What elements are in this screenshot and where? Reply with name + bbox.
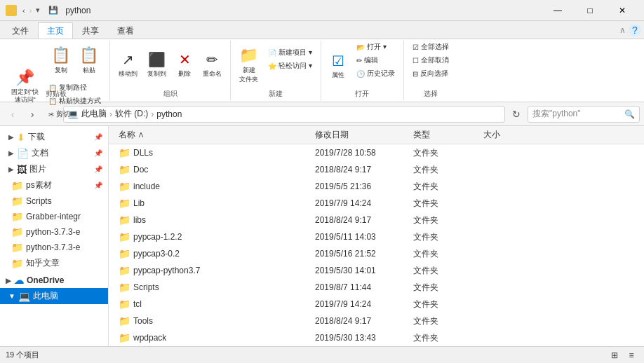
open-button[interactable]: 📂 打开 ▾ [352,41,399,53]
list-view-button[interactable]: ≡ [624,348,638,362]
address-path[interactable]: 💻 此电脑 › 软件 (D:) › python [63,106,505,123]
pin-to-quick-access-button[interactable]: 📌 固定到"快速访问" [7,65,43,107]
title-bar-controls: — □ ✕ [542,0,638,21]
lib-name: Lib [133,198,145,208]
copy-to-button[interactable]: ⬛ 复制到 [143,44,170,86]
tcl-date: 2019/7/9 14:24 [311,299,409,309]
paste-button[interactable]: 📋 粘贴 [75,41,102,80]
sidebar-item-scripts[interactable]: 📁 Scripts [0,193,108,209]
help-icon[interactable]: ? [629,24,641,36]
new-group-label: 新建 [269,89,283,99]
sidebar: ▶ ⬇ 下载 📌 ▶ 📄 文档 📌 ▶ 🖼 图片 📌 📁 ps素材 📌 📁 Sc [0,126,109,346]
sidebar-item-zhihu[interactable]: 📁 知乎文章 [0,255,108,271]
file-row-tools[interactable]: 📁 Tools 2018/8/24 9:17 文件夹 [109,313,644,329]
copy-button[interactable]: 📋 复制 [47,41,74,80]
file-row-include[interactable]: 📁 include 2019/5/5 21:36 文件夹 [109,178,644,195]
col-header-name[interactable]: 名称 ∧ [114,126,311,144]
sidebar-section-onedrive[interactable]: ▶ ☁ OneDrive [0,271,108,288]
zhihu-icon: 📁 [11,258,23,269]
file-row-dlls[interactable]: 📁 DLLs 2019/7/28 10:58 文件夹 [109,144,644,161]
file-area: 名称 ∧ 修改日期 类型 大小 📁 DLLs 2019/7/28 10:58 文… [109,126,644,346]
edit-label: 编辑 [364,55,378,65]
file-row-pypcap302[interactable]: 📁 pypcap3-0.2 2019/5/16 21:52 文件夹 [109,245,644,262]
tab-file[interactable]: 文件 [3,23,38,39]
file-row-pypcap-python37[interactable]: 📁 pypcap-python3.7 2019/5/30 14:01 文件夹 [109,262,644,279]
invert-selection-button[interactable]: ⊟ 反向选择 [408,67,453,80]
tb-down-btn[interactable]: ▾ [36,6,40,15]
sidebar-label-ps-materials: ps素材 [26,179,52,191]
history-icon: 🕒 [356,70,365,78]
minimize-button[interactable]: — [542,0,574,21]
col-header-type[interactable]: 类型 [409,126,479,144]
tab-home[interactable]: 主页 [38,22,73,39]
grid-view-button[interactable]: ⊞ [608,348,622,362]
wpdpack-type: 文件夹 [409,332,479,344]
window-title: python [65,6,90,15]
copy-icon: 📋 [51,46,70,64]
tb-forward-btn[interactable]: › [29,6,32,15]
sidebar-item-grabber[interactable]: 📁 Grabber-integr [0,209,108,224]
properties-button[interactable]: ☑ 属性 [326,45,351,87]
scripts-name: Scripts [133,282,159,292]
pypcap302-date: 2019/5/16 21:52 [311,249,409,259]
new-folder-button[interactable]: 📁 新建文件夹 [235,44,262,86]
history-label: 历史记录 [367,69,395,78]
pin-label: 固定到"快速访问" [11,88,39,104]
select-all-button[interactable]: ☑ 全部选择 [408,41,453,53]
sidebar-label-this-pc: 此电脑 [33,290,58,302]
scripts-date: 2019/8/7 11:44 [311,282,409,292]
file-row-doc[interactable]: 📁 Doc 2018/8/24 9:17 文件夹 [109,161,644,178]
history-button[interactable]: 🕒 历史记录 [352,67,399,80]
sidebar-item-this-pc[interactable]: ▼ 💻 此电脑 [0,288,108,304]
col-header-size[interactable]: 大小 [479,126,535,144]
sidebar-item-ps-materials[interactable]: 📁 ps素材 📌 [0,177,108,193]
ribbon-collapse-btn[interactable]: ∧ [619,25,626,35]
file-row-scripts[interactable]: 📁 Scripts 2019/8/7 11:44 文件夹 [109,279,644,296]
sidebar-item-python373-1[interactable]: 📁 python-3.7.3-e [0,224,108,240]
close-button[interactable]: ✕ [606,0,638,21]
sidebar-item-documents[interactable]: ▶ 📄 文档 📌 [0,145,108,161]
path-sep-2: › [151,109,154,119]
easy-access-button[interactable]: ⭐ 轻松访问 ▾ [264,60,316,72]
tab-share[interactable]: 共享 [73,23,108,39]
ribbon-group-new: 📁 新建文件夹 📄 新建项目 ▾ ⭐ 轻松访问 ▾ 新建 [231,41,321,100]
properties-label: 属性 [332,71,344,80]
tab-view[interactable]: 查看 [108,23,143,39]
deselect-all-button[interactable]: ☐ 全部取消 [408,54,453,67]
file-row-libs[interactable]: 📁 libs 2018/8/24 9:17 文件夹 [109,212,644,228]
ribbon-group-open: ☑ 属性 📂 打开 ▾ ✏ 编辑 🕒 历史记录 打开 [321,41,404,100]
ribbon-group-organize: ↗ 移动到 ⬛ 复制到 ✕ 删除 ✏ 重命名 组织 [110,41,231,100]
maximize-button[interactable]: □ [574,0,606,21]
edit-button[interactable]: ✏ 编辑 [352,54,399,67]
file-row-wpdpack[interactable]: 📁 wpdpack 2019/5/30 13:43 文件夹 [109,329,644,346]
rename-button[interactable]: ✏ 重命名 [199,44,226,86]
file-row-pypcap122[interactable]: 📁 pypcap-1.2.2 2019/5/11 14:03 文件夹 [109,228,644,245]
cut-button[interactable]: ✂ 剪切 [44,108,105,121]
sidebar-item-python373-2[interactable]: 📁 python-3.7.3-e [0,240,108,255]
deselect-label: 全部取消 [421,55,449,65]
cut-icon: ✂ [48,111,54,118]
easy-access-icon: ⭐ [268,62,276,70]
delete-button[interactable]: ✕ 删除 [172,44,197,86]
sidebar-label-onedrive: OneDrive [27,275,64,285]
col-header-date[interactable]: 修改日期 [311,126,409,144]
ribbon-group-select: ☑ 全部选择 ☐ 全部取消 ⊟ 反向选择 选择 [404,41,457,100]
sidebar-label-scripts: Scripts [26,196,52,206]
wpdpack-folder-icon: 📁 [119,332,130,343]
sidebar-label-pictures: 图片 [29,163,46,175]
new-item-button[interactable]: 📄 新建项目 ▾ [264,46,316,59]
new-item-label: 新建项目 ▾ [279,48,312,57]
dlls-type: 文件夹 [409,147,479,159]
search-box[interactable]: 搜索"python" 🔍 [528,106,640,123]
file-row-tcl[interactable]: 📁 tcl 2019/7/9 14:24 文件夹 [109,296,644,313]
file-row-lib[interactable]: 📁 Lib 2019/7/9 14:24 文件夹 [109,195,644,212]
sidebar-item-pictures[interactable]: ▶ 🖼 图片 📌 [0,161,108,177]
sidebar-label-grabber: Grabber-integr [26,212,81,221]
move-to-button[interactable]: ↗ 移动到 [114,44,142,86]
tools-folder-icon: 📁 [119,315,130,327]
tb-back-btn[interactable]: ‹ [22,6,25,15]
paste-icon: 📋 [79,46,98,64]
main-area: ▶ ⬇ 下载 📌 ▶ 📄 文档 📌 ▶ 🖼 图片 📌 📁 ps素材 📌 📁 Sc [0,126,644,346]
lib-folder-icon: 📁 [119,198,130,209]
refresh-button[interactable]: ↻ [508,106,525,123]
